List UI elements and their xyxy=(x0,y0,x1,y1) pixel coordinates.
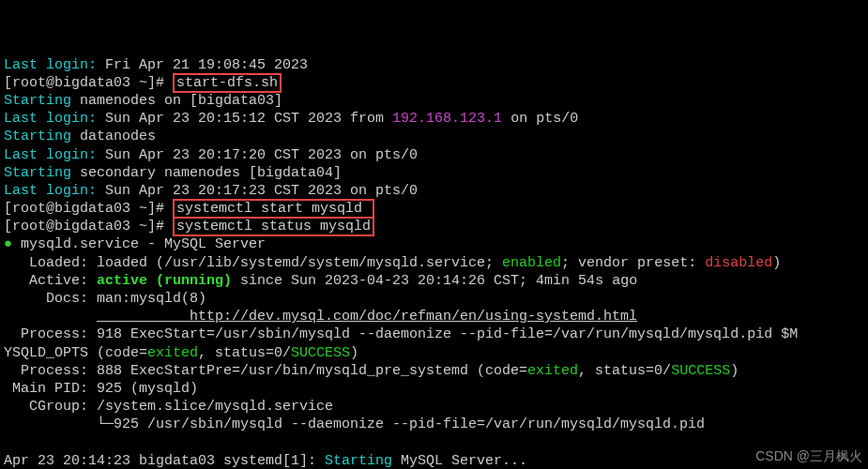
prompt: [root@bigdata03 ~]# xyxy=(4,75,173,91)
exited-text: exited xyxy=(147,345,198,361)
last-login-value: Fri Apr 21 19:08:45 2023 xyxy=(97,57,308,73)
prompt: [root@bigdata03 ~]# xyxy=(4,219,173,234)
last-login-text: Sun Apr 23 20:15:12 CST 2023 from xyxy=(97,111,392,127)
last-login-label: Last login: xyxy=(4,111,97,127)
cgroup-line: CGroup: /system.slice/mysqld.service xyxy=(4,399,333,415)
starting-text: datanodes xyxy=(71,129,156,144)
highlighted-command-1: start-dfs.sh xyxy=(173,73,282,93)
journal-line: Apr 23 20:14:23 bigdata03 systemd[1]: xyxy=(4,453,325,469)
loaded-line: Loaded: loaded (/usr/lib/systemd/system/… xyxy=(4,255,502,271)
last-login-label: Last login: xyxy=(4,183,97,199)
cgroup-child-line: └─925 /usr/sbin/mysqld --daemonize --pid… xyxy=(4,416,705,432)
service-name: mysqld.service - MySQL Server xyxy=(12,236,266,252)
disabled-text: disabled xyxy=(705,255,772,271)
starting-label: Starting xyxy=(4,165,71,181)
last-login-label: Last login: xyxy=(4,57,97,73)
docs-url: http://dev.mysql.com/doc/refman/en/using… xyxy=(97,309,637,325)
process-line-2: Process: 888 ExecStartPre=/usr/bin/mysql… xyxy=(4,363,527,379)
paren-close: ) xyxy=(730,363,739,379)
success-text: SUCCESS xyxy=(671,363,730,379)
enabled-text: enabled xyxy=(502,255,561,271)
last-login-label: Last login: xyxy=(4,147,97,163)
starting-text: secondary namenodes [bigdata04] xyxy=(71,165,342,181)
active-running: active (running) xyxy=(97,273,232,289)
docs-padding xyxy=(4,309,97,325)
exited-text: exited xyxy=(527,363,578,379)
ip-address: 192.168.123.1 xyxy=(392,111,502,127)
watermark: CSDN @三月枫火 xyxy=(755,448,862,465)
starting-label: Starting xyxy=(4,129,71,144)
success-text: SUCCESS xyxy=(291,345,350,361)
highlighted-command-2: systemctl start mysqld xyxy=(173,199,374,219)
process-line-1a: Process: 918 ExecStart=/usr/sbin/mysqld … xyxy=(4,326,798,342)
terminal-output[interactable]: Last login: Fri Apr 21 19:08:45 2023 [ro… xyxy=(4,56,864,469)
process-line-1b: YSQLD_OPTS (code= xyxy=(4,345,147,361)
starting-text: namenodes on [bigdata03] xyxy=(71,93,282,109)
status-bullet-icon: ● xyxy=(4,236,12,252)
status-sep: , status=0/ xyxy=(578,363,671,379)
starting-label: Starting xyxy=(325,453,392,469)
pts-text: on pts/0 xyxy=(502,111,578,127)
docs-line: Docs: man:mysqld(8) xyxy=(4,291,206,307)
last-login-text: Sun Apr 23 20:17:23 CST 2023 on pts/0 xyxy=(97,183,418,199)
prompt: [root@bigdata03 ~]# xyxy=(4,201,173,217)
paren-close: ) xyxy=(772,255,781,271)
active-since: since Sun 2023-04-23 20:14:26 CST; 4min … xyxy=(232,273,637,289)
starting-label: Starting xyxy=(4,93,71,109)
paren-close: ) xyxy=(350,345,358,361)
main-pid-line: Main PID: 925 (mysqld) xyxy=(4,381,198,397)
last-login-text: Sun Apr 23 20:17:20 CST 2023 on pts/0 xyxy=(97,147,418,163)
vendor-preset-text: ; vendor preset: xyxy=(561,255,705,271)
status-sep: , status=0/ xyxy=(198,345,291,361)
journal-text: MySQL Server... xyxy=(392,453,527,469)
highlighted-command-3: systemctl status mysqld xyxy=(173,217,374,236)
active-label: Active: xyxy=(4,273,97,289)
